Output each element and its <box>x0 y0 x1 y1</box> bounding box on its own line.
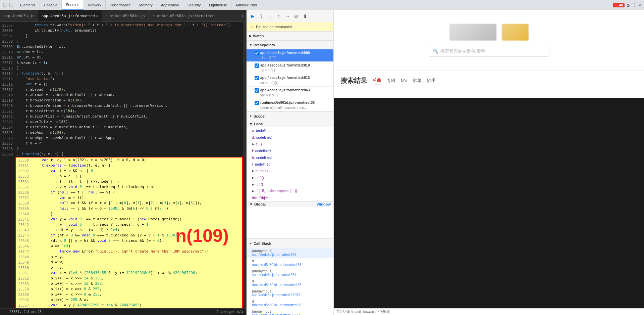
breakpoints-chevron-icon: ▼ <box>249 43 252 47</box>
callstack-label: Call Stack <box>254 241 271 245</box>
breakpoint-checkbox-1[interactable] <box>255 51 259 55</box>
preview-bottom-bar: 正在访问 hotastic.kawa.cn 上的资源 <box>334 308 644 315</box>
file-tab-scroll-right-icon[interactable]: › <box>241 13 244 18</box>
tab-memory[interactable]: Memory <box>135 0 157 10</box>
watch-chevron-icon: ▶ <box>249 34 252 38</box>
step-out-button[interactable]: ↑ <box>275 13 282 19</box>
tab-lighthouse[interactable]: Lighthouse <box>205 0 231 10</box>
code-line-23346-hl: 23346 w >= 1e4) <box>16 243 242 249</box>
breakpoint-item-1[interactable]: app.4eedc3a.js:formatted:809 , l = n(109… <box>247 49 333 62</box>
file-tab-runtime-js[interactable]: runtime.d5e801d.js <box>102 10 149 22</box>
callstack-item-1[interactable]: (anonymous) app.4eedc3a.js:formatted:809 <box>247 248 333 258</box>
coverage-status: Coverage: n/a <box>217 310 243 314</box>
breakpoint-item-2[interactable]: app.4eedc3a.js:formatted:810 , c = n.n(1… <box>247 62 333 74</box>
breakpoint-item-5[interactable]: runtime.d5e801d.js:formatted:38 return e… <box>247 99 333 111</box>
scope-chevron-icon: ▼ <box>249 115 252 118</box>
callstack-item-4[interactable]: d runtime.d5e801d...s:formatted:38 <box>247 278 333 288</box>
callstack-item-3[interactable]: (anonymous) app.4eedc3a.js:formatted:931 <box>247 268 333 278</box>
code-line-23321: 23321 r.musicArtist = n(184), <box>0 108 243 114</box>
file-tab-runtime-formatted[interactable]: runtime.d5e801d.js:formatted <box>149 10 218 22</box>
tab-application[interactable]: Application <box>157 0 183 10</box>
file-tabs-bar: app.4eedc3a.js app.4eedc3a.js:formatted … <box>0 10 246 22</box>
resume-button[interactable]: ▶ <box>249 13 256 19</box>
devtools-minimize-button[interactable]: ⬜ <box>3 3 7 7</box>
tab-performance[interactable]: Performance <box>106 0 135 10</box>
results-tab-mv[interactable]: MV <box>401 77 408 85</box>
code-line-23338-hl: 23338 null == f && (f = r = [1 | m[0], m… <box>16 200 242 206</box>
callstack-file-2: runtime.d5e801d...s:formatted:38 <box>252 263 331 267</box>
breakpoint-checkbox-4[interactable] <box>255 88 259 93</box>
callstack-list: (anonymous) app.4eedc3a.js:formatted:809… <box>247 248 333 315</box>
tab-elements[interactable]: Elements <box>16 0 40 10</box>
code-line-23312: 23312 t.exports = $r <box>0 60 243 65</box>
more-options-icon[interactable]: ⋮ <box>632 2 637 8</box>
callstack-func-7: (anonymous) <box>252 309 331 313</box>
code-line-23343-hl: 23343 , dt = y - h + (w - d) / 1e4; <box>16 227 242 233</box>
breakpoints-header[interactable]: ▼ Breakpoints <box>247 41 333 49</box>
code-line-23314: 23314 , function(t, e, n) { <box>0 71 243 76</box>
watch-label: Watch <box>253 34 264 38</box>
breakpoint-checkbox-3[interactable] <box>255 76 259 80</box>
tab-console[interactable]: Console <box>40 0 62 10</box>
callstack-item-7[interactable]: (anonymous) app.4eedc3a.js:formatted:233… <box>247 308 333 315</box>
code-line-23319: 23319 r.browserVersion = n(180), <box>0 98 243 103</box>
scope-item-t[interactable]: ▶ t: {i: 5, l: false, exports: {…}} <box>247 188 333 194</box>
global-scope-header[interactable]: ▼ Global Window <box>247 201 333 207</box>
devtools-restore-button[interactable]: ⬜ <box>9 3 13 7</box>
code-line-23339-hl: 23339 null == v && (v = o = 16383 & (m[6… <box>16 206 242 211</box>
local-scope-header[interactable]: ▼ Local <box>247 121 333 127</box>
scope-item-r[interactable]: ▶ r: f () <box>247 181 333 188</box>
watch-header[interactable]: ▶ Watch <box>247 32 333 40</box>
breakpoint-file-5: runtime.d5e801d.js:formatted:38 <box>260 100 331 105</box>
file-tab-app-js-formatted[interactable]: app.4eedc3a.js:formatted ✕ <box>38 10 102 22</box>
code-editor[interactable]: 23305 return tt.warn("videojs." + t + "(… <box>0 22 243 308</box>
debug-panel: ▶ ⤵ ↓ ↑ → ⊘ ⏸ ⚠ Paused on breakpoint ▶ W… <box>247 10 334 315</box>
paused-warning-icon: ⚠ <box>250 24 254 29</box>
callstack-item-5[interactable]: (anonymous) app.4eedc3a.js:formatted:272… <box>247 288 333 298</box>
global-window-link[interactable]: Window <box>317 202 331 206</box>
settings-icon[interactable]: ⚙ <box>627 2 630 8</box>
pause-on-exceptions-button[interactable]: ⏸ <box>302 13 308 19</box>
results-tab-singles[interactable]: 单曲 <box>373 76 381 85</box>
code-line-23331-hl: 23331 t.exports = function(t, e, n) { <box>16 163 242 168</box>
callstack-func-4: d <box>252 279 331 283</box>
callstack-section: ▼ Call Stack (anonymous) app.4eedc3a.js:… <box>247 239 333 315</box>
step-button[interactable]: → <box>284 13 291 19</box>
vertical-scrollbar[interactable] <box>243 22 246 308</box>
code-scroll-wrapper[interactable]: 23305 return tt.warn("videojs." + t + "(… <box>0 22 246 308</box>
breakpoint-checkbox-2[interactable] <box>255 63 259 68</box>
results-tab-artists[interactable]: 歌手 <box>427 76 436 85</box>
scope-header[interactable]: ▼ Scope <box>247 112 333 121</box>
scope-tree[interactable]: ▼ Local c: undefined d: undefined ▶ e: {… <box>247 121 333 238</box>
code-line-23342-hl: 23342 , w = void 0 !== t.nsecs ? t.nsecs… <box>16 222 242 227</box>
step-into-button[interactable]: ↓ <box>267 13 273 19</box>
breakpoint-item-4[interactable]: app.4eedc3a.js:formatted:863 var n = c()… <box>247 87 333 99</box>
deactivate-breakpoints-button[interactable]: ⊘ <box>293 13 300 19</box>
scope-t-expand-icon: ▶ <box>252 188 254 194</box>
tab-sources[interactable]: Sources <box>62 0 84 10</box>
tab-network[interactable]: Network <box>84 0 106 10</box>
tab-adblock[interactable]: Adblock Plus <box>231 0 261 10</box>
search-bar[interactable]: 🔍 搜索音乐/MV/歌单/歌手 <box>429 46 549 57</box>
tab-security[interactable]: Security <box>183 0 205 10</box>
scope-item-n[interactable]: ▶ n: f d(n) <box>247 168 333 174</box>
code-line-23341-hl: 23341 var y = void 0 !== t.msecs ? t.mse… <box>16 217 242 222</box>
scope-item-o[interactable]: ▶ o: f () <box>247 174 333 181</box>
breakpoint-code-2: , c = n.n(1) <box>260 68 331 73</box>
callstack-item-6[interactable]: d runtime.d5e801d...s:formatted:38 <box>247 298 333 308</box>
file-tab-close-icon[interactable]: ✕ <box>96 14 98 18</box>
results-tab-playlist[interactable]: 歌单 <box>413 76 422 85</box>
breakpoint-item-3[interactable]: app.4eedc3a.js:formatted:813 var r = c()… <box>247 74 333 87</box>
watch-section: ▶ Watch <box>247 32 333 41</box>
callstack-item-2[interactable]: d runtime.d5e801d...s:formatted:38 <box>247 258 333 268</box>
code-line-23349-hl: 23349 d = w, <box>16 260 242 265</box>
close-devtools-icon[interactable]: ✕ <box>639 2 641 8</box>
scope-item-e[interactable]: ▶ e: {} <box>247 141 333 147</box>
breakpoints-list: app.4eedc3a.js:formatted:809 , l = n(109… <box>247 49 333 111</box>
breakpoint-checkbox-5[interactable] <box>255 101 259 105</box>
callstack-header[interactable]: ▼ Call Stack <box>247 239 333 248</box>
step-over-button[interactable]: ⤵ <box>258 13 265 19</box>
results-tab-albums[interactable]: 专辑 <box>387 76 395 85</box>
scope-item-h: h: undefined <box>247 154 333 161</box>
file-tab-app-js[interactable]: app.4eedc3a.js <box>0 10 38 22</box>
